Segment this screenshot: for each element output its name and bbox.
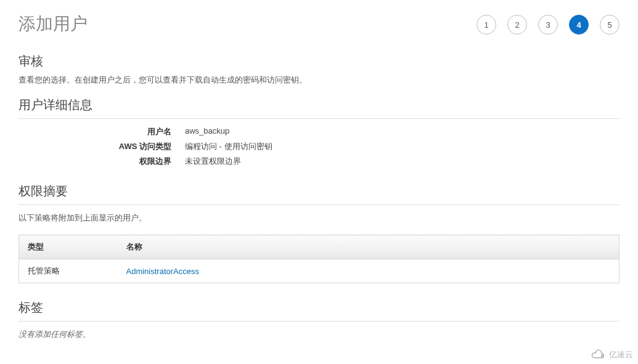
cloud-icon: [591, 349, 607, 352]
divider: [18, 118, 620, 119]
details-heading: 用户详细信息: [18, 97, 620, 113]
table-header-type: 类型: [19, 235, 118, 259]
step-1[interactable]: 1: [476, 15, 496, 34]
detail-label: 用户名: [18, 126, 185, 137]
table-row: 托管策略 AdministratorAccess: [19, 259, 620, 283]
detail-value: 编程访问 - 使用访问密钥: [185, 141, 272, 152]
divider: [18, 204, 620, 205]
step-5[interactable]: 5: [600, 15, 620, 34]
step-3[interactable]: 3: [538, 15, 558, 34]
detail-value: 未设置权限边界: [185, 156, 241, 167]
detail-label: 权限边界: [18, 156, 185, 167]
permissions-table: 类型 名称 托管策略 AdministratorAccess: [18, 235, 620, 283]
policy-name-link[interactable]: AdministratorAccess: [126, 267, 199, 276]
divider: [18, 321, 620, 322]
table-header-name: 名称: [118, 235, 620, 259]
detail-label: AWS 访问类型: [18, 141, 185, 152]
step-4[interactable]: 4: [569, 15, 589, 34]
watermark: 亿速云: [591, 349, 633, 352]
review-description: 查看您的选择。在创建用户之后，您可以查看并下载自动生成的密码和访问密钥。: [18, 75, 620, 86]
tags-heading: 标签: [18, 299, 620, 316]
detail-row-username: 用户名 aws_backup: [18, 126, 620, 137]
review-heading: 审核: [18, 53, 620, 70]
user-details: 用户名 aws_backup AWS 访问类型 编程访问 - 使用访问密钥 权限…: [18, 126, 620, 167]
detail-row-access-type: AWS 访问类型 编程访问 - 使用访问密钥: [18, 141, 620, 152]
tags-empty-text: 没有添加任何标签。: [18, 329, 620, 340]
permissions-description: 以下策略将附加到上面显示的用户。: [18, 212, 620, 224]
watermark-text: 亿速云: [609, 349, 633, 352]
wizard-stepper: 1 2 3 4 5: [476, 15, 620, 34]
detail-value: aws_backup: [185, 126, 229, 137]
policy-type: 托管策略: [19, 259, 118, 283]
page-title: 添加用户: [18, 12, 88, 36]
detail-row-permission-boundary: 权限边界 未设置权限边界: [18, 156, 620, 167]
permissions-heading: 权限摘要: [18, 183, 620, 200]
step-2[interactable]: 2: [507, 15, 527, 34]
